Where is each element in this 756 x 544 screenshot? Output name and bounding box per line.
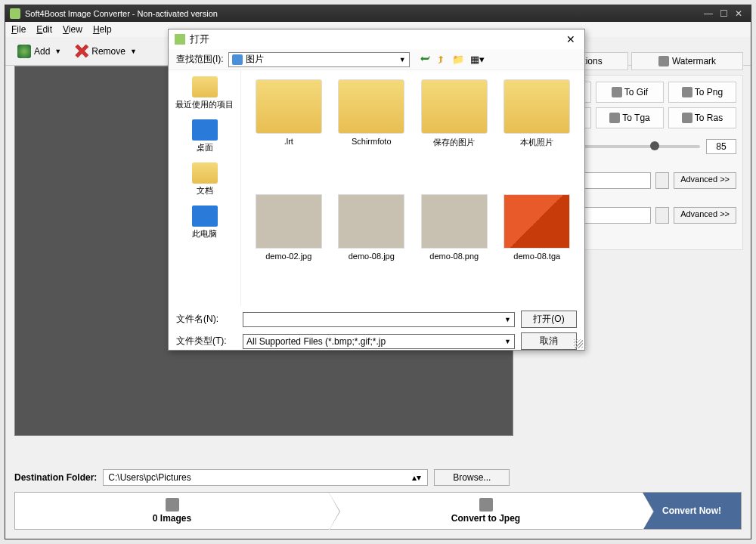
menu-edit[interactable]: Edit xyxy=(36,24,52,35)
bottom-bar: Destination Folder: C:\Users\pc\Pictures… xyxy=(14,469,742,530)
convert-now-button[interactable]: Convert Now! xyxy=(643,493,741,529)
filetype-label: 文件类型(T): xyxy=(176,335,237,348)
chevron-down-icon[interactable]: ▼ xyxy=(504,316,511,323)
advanced-button-2[interactable]: Advanced >> xyxy=(674,207,736,224)
file-item[interactable]: demo-08.jpg xyxy=(333,194,411,298)
to-png-button[interactable]: To Png xyxy=(668,82,736,103)
step-images[interactable]: 0 Images xyxy=(15,493,329,529)
place-recent[interactable]: 最近使用的项目 xyxy=(175,76,235,110)
folder-icon xyxy=(256,79,322,134)
place-desktop[interactable]: 桌面 xyxy=(175,119,235,153)
file-item[interactable]: demo-08.tga xyxy=(499,194,576,298)
up-icon[interactable]: ⮭ xyxy=(436,54,446,65)
to-gif-button[interactable]: To Gif xyxy=(596,82,664,103)
chevron-down-icon[interactable]: ▼ xyxy=(130,48,137,55)
file-label: demo-08.png xyxy=(429,252,479,261)
png-icon xyxy=(682,87,692,97)
folder-icon xyxy=(338,79,404,134)
ras-icon xyxy=(682,113,692,123)
dest-folder-input[interactable]: C:\Users\pc\Pictures ▴▾ xyxy=(103,469,428,486)
place-thispc[interactable]: 此电脑 xyxy=(175,206,235,240)
preset-spin-2[interactable] xyxy=(655,207,669,224)
format-icon xyxy=(479,498,493,512)
file-label: 本机照片 xyxy=(520,137,553,148)
file-grid: .lrtSchirmfoto保存的图片本机照片demo-02.jpgdemo-0… xyxy=(241,70,584,306)
file-thumbnail xyxy=(421,194,488,249)
chevron-down-icon[interactable]: ▼ xyxy=(399,56,406,63)
file-item[interactable]: Schirmfoto xyxy=(333,79,411,185)
add-icon xyxy=(17,45,31,58)
dialog-close-button[interactable]: ✕ xyxy=(563,33,578,45)
menu-help[interactable]: Help xyxy=(93,24,112,35)
dest-spin[interactable]: ▴▾ xyxy=(411,472,423,483)
folder-icon xyxy=(232,54,243,65)
tga-icon xyxy=(609,113,620,123)
file-label: .lrt xyxy=(284,137,293,146)
dialog-icon xyxy=(175,34,185,45)
filename-input[interactable]: ▼ xyxy=(243,312,515,327)
watermark-tab[interactable]: Watermark xyxy=(631,52,743,70)
titlebar: Soft4Boost Image Converter - Non-activat… xyxy=(5,5,751,22)
add-button[interactable]: Add ▼ xyxy=(13,42,66,61)
window-title: Soft4Boost Image Converter - Non-activat… xyxy=(25,9,701,18)
dialog-open-button[interactable]: 打开(O) xyxy=(521,311,577,328)
filetype-combo[interactable]: All Supported Files (*.bmp;*.gif;*.jp▼ xyxy=(243,334,515,349)
pc-icon xyxy=(192,206,218,227)
file-label: demo-08.tga xyxy=(513,252,560,261)
folder-icon xyxy=(421,79,488,134)
view-menu-icon[interactable]: ▦▾ xyxy=(470,54,485,65)
dest-label: Destination Folder: xyxy=(14,472,97,483)
file-thumbnail xyxy=(256,194,322,249)
dialog-title: 打开 xyxy=(190,32,563,46)
lookin-label: 查找范围(I): xyxy=(176,53,224,66)
file-label: 保存的图片 xyxy=(433,137,475,148)
close-button[interactable]: ✕ xyxy=(731,8,746,19)
documents-icon xyxy=(192,162,218,184)
places-bar: 最近使用的项目 桌面 文档 此电脑 xyxy=(169,70,241,306)
chevron-down-icon[interactable]: ▼ xyxy=(504,338,511,345)
preset-spin[interactable] xyxy=(655,172,669,189)
dialog-toolbar: 查找范围(I): 图片 ▼ ⮨ ⮭ 📁 ▦▾ xyxy=(169,49,584,70)
gif-icon xyxy=(612,87,622,97)
file-label: demo-02.jpg xyxy=(265,252,311,261)
open-dialog: 打开 ✕ 查找范围(I): 图片 ▼ ⮨ ⮭ 📁 ▦▾ 最近使用的项目 桌面 xyxy=(168,29,585,351)
place-documents[interactable]: 文档 xyxy=(175,162,235,196)
folder-icon xyxy=(503,79,570,134)
browse-button[interactable]: Browse... xyxy=(434,469,510,486)
step-format[interactable]: Convert to Jpeg xyxy=(329,493,643,529)
to-tga-button[interactable]: To Tga xyxy=(596,107,664,128)
resize-grip[interactable] xyxy=(574,339,583,348)
lookin-combo[interactable]: 图片 ▼ xyxy=(228,52,410,67)
file-item[interactable]: .lrt xyxy=(250,79,327,185)
file-thumbnail xyxy=(503,194,570,249)
dialog-titlebar: 打开 ✕ xyxy=(169,29,584,49)
new-folder-icon[interactable]: 📁 xyxy=(452,54,464,65)
chevron-down-icon[interactable]: ▼ xyxy=(54,48,61,55)
watermark-icon xyxy=(658,56,669,66)
file-item[interactable]: 保存的图片 xyxy=(416,79,493,185)
to-ras-button[interactable]: To Ras xyxy=(668,107,736,128)
minimize-button[interactable]: — xyxy=(701,8,716,19)
remove-icon xyxy=(75,45,88,58)
file-label: demo-08.jpg xyxy=(349,252,395,261)
advanced-button-1[interactable]: Advanced >> xyxy=(674,172,736,189)
slider-thumb[interactable] xyxy=(650,141,659,150)
filename-label: 文件名(N): xyxy=(176,313,237,326)
recent-icon xyxy=(192,76,218,97)
quality-value[interactable]: 85 xyxy=(706,139,736,154)
back-icon[interactable]: ⮨ xyxy=(420,54,430,65)
dialog-cancel-button[interactable]: 取消 xyxy=(521,332,577,350)
desktop-icon xyxy=(192,119,218,141)
remove-button[interactable]: Remove ▼ xyxy=(70,42,141,61)
images-icon xyxy=(166,498,179,512)
file-item[interactable]: 本机照片 xyxy=(499,79,576,185)
file-item[interactable]: demo-02.jpg xyxy=(250,194,327,298)
app-icon xyxy=(10,8,20,19)
maximize-button[interactable]: ☐ xyxy=(716,8,731,19)
steps-bar: 0 Images Convert to Jpeg Convert Now! xyxy=(14,492,742,530)
file-label: Schirmfoto xyxy=(352,137,392,146)
file-item[interactable]: demo-08.png xyxy=(416,194,493,298)
menu-view[interactable]: View xyxy=(63,24,82,35)
file-thumbnail xyxy=(338,194,404,249)
menu-file[interactable]: FFileile xyxy=(11,24,26,35)
